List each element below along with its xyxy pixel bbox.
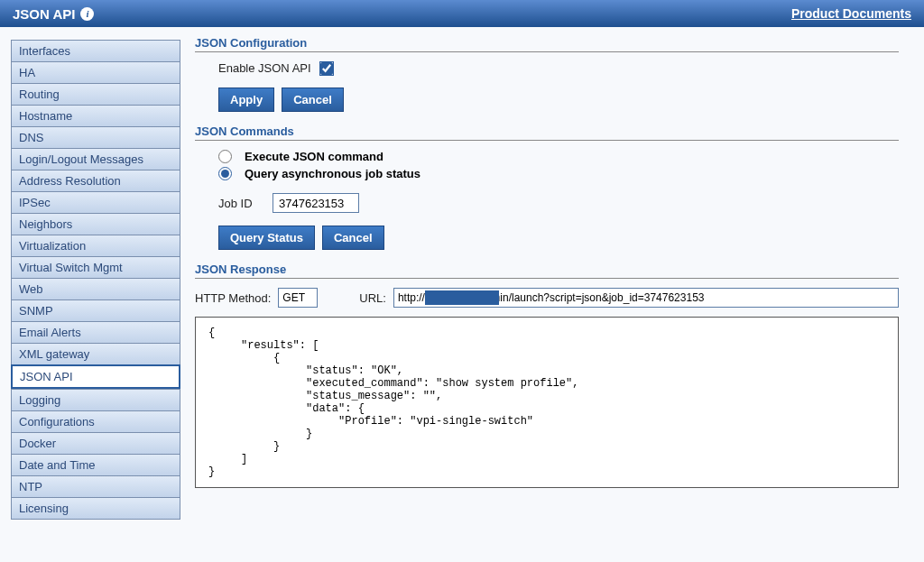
sidebar-item-xml-gateway[interactable]: XML gateway xyxy=(11,343,180,364)
sidebar-item-neighbors[interactable]: Neighbors xyxy=(11,213,180,235)
info-icon[interactable]: i xyxy=(80,7,94,21)
sidebar-item-hostname[interactable]: Hostname xyxy=(11,105,180,126)
sidebar-item-ipsec[interactable]: IPSec xyxy=(11,191,180,213)
section-json-commands: JSON Commands xyxy=(195,124,899,141)
radio-execute-label: Execute JSON command xyxy=(245,150,383,163)
section-json-response: JSON Response xyxy=(195,263,899,279)
sidebar-item-interfaces[interactable]: Interfaces xyxy=(11,40,180,61)
query-status-button[interactable]: Query Status xyxy=(218,226,315,250)
section-json-config: JSON Configuration xyxy=(195,36,899,52)
url-label: URL: xyxy=(359,291,386,305)
page-title: JSON API xyxy=(13,6,75,22)
sidebar-item-json-api[interactable]: JSON API xyxy=(11,364,180,389)
sidebar-item-logging[interactable]: Logging xyxy=(11,389,180,410)
sidebar-item-docker[interactable]: Docker xyxy=(11,432,180,454)
cancel-query-button[interactable]: Cancel xyxy=(322,226,384,250)
enable-json-checkbox[interactable] xyxy=(320,62,333,75)
sidebar-item-virtualization[interactable]: Virtualization xyxy=(11,235,180,256)
sidebar-item-routing[interactable]: Routing xyxy=(11,83,180,105)
json-response-body: { "results": [ { "status": "OK", "execut… xyxy=(195,317,899,488)
sidebar-item-ntp[interactable]: NTP xyxy=(11,475,180,497)
sidebar-item-virtual-switch-mgmt[interactable]: Virtual Switch Mgmt xyxy=(11,256,180,278)
apply-button[interactable]: Apply xyxy=(218,88,274,112)
sidebar-item-address-resolution[interactable]: Address Resolution xyxy=(11,170,180,191)
sidebar-item-login-logout-messages[interactable]: Login/Logout Messages xyxy=(11,148,180,170)
url-redacted-segment xyxy=(425,290,499,305)
sidebar-item-date-and-time[interactable]: Date and Time xyxy=(11,454,180,475)
product-documents-link[interactable]: Product Documents xyxy=(791,6,911,21)
sidebar-item-configurations[interactable]: Configurations xyxy=(11,410,180,432)
sidebar-item-ha[interactable]: HA xyxy=(11,61,180,83)
jobid-input[interactable] xyxy=(273,193,359,213)
jobid-label: Job ID xyxy=(218,197,263,210)
radio-query-label: Query asynchronous job status xyxy=(245,167,420,180)
radio-execute-command[interactable] xyxy=(218,150,232,163)
sidebar-item-dns[interactable]: DNS xyxy=(11,126,180,148)
sidebar-item-web[interactable]: Web xyxy=(11,278,180,299)
sidebar-item-licensing[interactable]: Licensing xyxy=(11,497,180,520)
sidebar: InterfacesHARoutingHostnameDNSLogin/Logo… xyxy=(0,27,184,562)
main-content: JSON Configuration Enable JSON API Apply… xyxy=(184,27,924,562)
enable-json-label: Enable JSON API xyxy=(218,61,311,75)
topbar: JSON API i Product Documents xyxy=(0,0,924,27)
sidebar-item-snmp[interactable]: SNMP xyxy=(11,299,180,321)
cancel-button[interactable]: Cancel xyxy=(282,88,344,112)
sidebar-item-email-alerts[interactable]: Email Alerts xyxy=(11,321,180,343)
http-method-input[interactable] xyxy=(278,288,318,308)
radio-query-status[interactable] xyxy=(218,167,232,180)
http-method-label: HTTP Method: xyxy=(195,291,271,305)
